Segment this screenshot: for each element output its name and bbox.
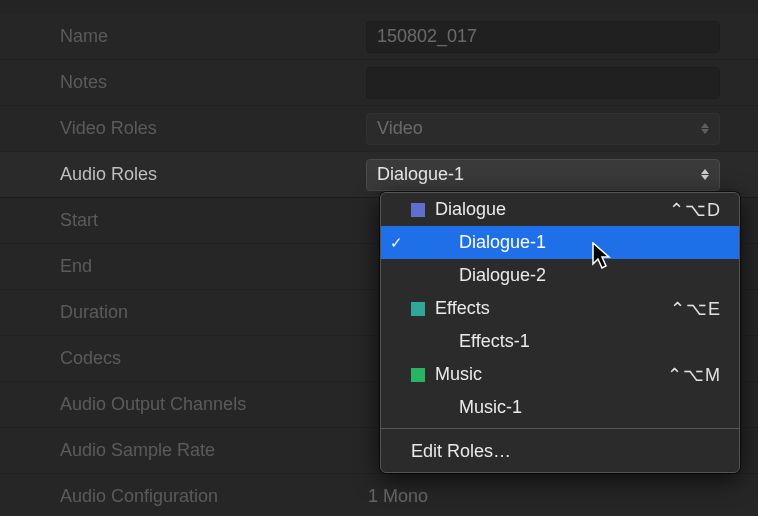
label-audio-output-channels: Audio Output Channels xyxy=(0,394,366,415)
dropdown-item-label: Effects xyxy=(435,298,670,319)
color-swatch-icon xyxy=(411,335,425,349)
video-roles-value: Video xyxy=(377,118,423,139)
row-video-roles: Video Roles Video xyxy=(0,106,758,152)
label-video-roles: Video Roles xyxy=(0,118,366,139)
row-notes: Notes xyxy=(0,60,758,106)
dropdown-item[interactable]: Music-1 xyxy=(381,391,739,424)
dropdown-item[interactable]: Dialogue-2 xyxy=(381,259,739,292)
dropdown-item-label: Dialogue-2 xyxy=(435,265,721,286)
shortcut-label: ⌃⌥D xyxy=(669,199,739,221)
check-icon: ✓ xyxy=(381,234,411,252)
edit-roles-item[interactable]: Edit Roles… xyxy=(381,433,739,472)
separator xyxy=(381,428,739,429)
dropdown-item[interactable]: Effects⌃⌥E xyxy=(381,292,739,325)
label-start: Start xyxy=(0,210,366,231)
label-duration: Duration xyxy=(0,302,366,323)
row-audio-configuration: Audio Configuration 1 Mono xyxy=(0,474,758,516)
label-codecs: Codecs xyxy=(0,348,366,369)
name-input[interactable] xyxy=(366,21,720,53)
audio-configuration-value: 1 Mono xyxy=(366,486,428,507)
label-end: End xyxy=(0,256,366,277)
color-swatch-icon xyxy=(411,236,425,250)
color-swatch-icon xyxy=(411,401,425,415)
dropdown-item-label: Music-1 xyxy=(435,397,721,418)
dropdown-item[interactable]: Effects-1 xyxy=(381,325,739,358)
dropdown-item[interactable]: ✓Dialogue-1 xyxy=(381,226,739,259)
dropdown-item-label: Music xyxy=(435,364,667,385)
dropdown-item-label: Dialogue xyxy=(435,199,669,220)
shortcut-label: ⌃⌥M xyxy=(667,364,739,386)
dropdown-item[interactable]: Music⌃⌥M xyxy=(381,358,739,391)
chevron-updown-icon xyxy=(701,169,709,180)
video-roles-select[interactable]: Video xyxy=(366,113,720,145)
color-swatch-icon xyxy=(411,302,425,316)
chevron-updown-icon xyxy=(701,123,709,134)
notes-input[interactable] xyxy=(366,67,720,99)
color-swatch-icon xyxy=(411,269,425,283)
color-swatch-icon xyxy=(411,368,425,382)
label-audio-configuration: Audio Configuration xyxy=(0,486,366,507)
dropdown-item-label: Dialogue-1 xyxy=(435,232,721,253)
shortcut-label: ⌃⌥E xyxy=(670,298,739,320)
label-audio-roles: Audio Roles xyxy=(0,164,366,185)
label-audio-sample-rate: Audio Sample Rate xyxy=(0,440,366,461)
label-notes: Notes xyxy=(0,72,366,93)
color-swatch-icon xyxy=(411,203,425,217)
audio-roles-value: Dialogue-1 xyxy=(377,164,464,185)
dropdown-item[interactable]: Dialogue⌃⌥D xyxy=(381,193,739,226)
audio-roles-dropdown: Dialogue⌃⌥D✓Dialogue-1Dialogue-2Effects⌃… xyxy=(380,192,740,473)
dropdown-item-label: Effects-1 xyxy=(435,331,721,352)
audio-roles-select[interactable]: Dialogue-1 xyxy=(366,159,720,191)
label-name: Name xyxy=(0,26,366,47)
row-name: Name xyxy=(0,14,758,60)
